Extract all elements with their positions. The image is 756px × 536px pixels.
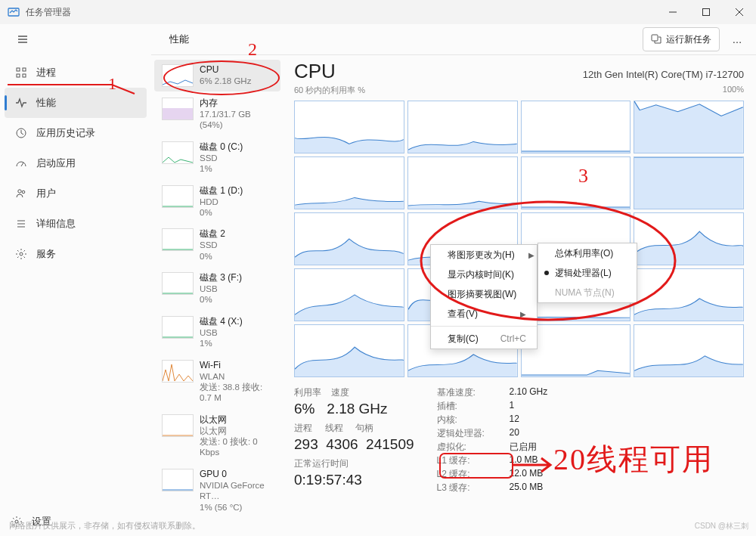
context-menu-item[interactable]: 图形摘要视图(W) (431, 284, 537, 304)
context-menu-item[interactable]: 将图形更改为(H)▶ (431, 245, 537, 265)
gauge-icon (15, 157, 27, 169)
nav-label: 启动应用 (36, 156, 76, 170)
submenu-item[interactable]: 逻辑处理器(L) (538, 263, 637, 283)
nav-performance[interactable]: 性能 (5, 88, 147, 118)
thumb-cpu (162, 64, 194, 87)
nav-services[interactable]: 服务 (5, 239, 147, 269)
nav-label: 性能 (36, 96, 56, 110)
perf-item-disk3[interactable]: 磁盘 3 (F:)USB0% (154, 268, 280, 310)
nav-label: 应用历史记录 (36, 126, 95, 140)
logical-processor-chart[interactable] (634, 212, 744, 265)
context-submenu: 总体利用率(O)逻辑处理器(L)NUMA 节点(N) (538, 243, 637, 303)
list-icon (15, 218, 27, 230)
page-title: 性能 (169, 33, 189, 46)
cpu-name: 12th Gen Intel(R) Core(TM) i7-12700 (583, 69, 744, 80)
main-body: 进程 性能 应用历史记录 启动应用 用户 详细信息 (0, 54, 756, 536)
detail-pane: CPU 12th Gen Intel(R) Core(TM) i7-12700 … (284, 55, 756, 536)
context-menu: 将图形更改为(H)▶显示内核时间(K)图形摘要视图(W)查看(V)▶复制(C)C… (430, 244, 538, 349)
clock-icon (15, 127, 27, 139)
logical-processor-chart[interactable] (521, 156, 631, 209)
run-new-task-label: 运行新任务 (666, 33, 711, 46)
nav-label: 服务 (36, 247, 56, 261)
svg-rect-1 (703, 9, 710, 16)
perf-item-wifi[interactable]: Wi-FiWLAN发送: 38.8 接收: 0.7 M (154, 355, 280, 408)
nav-users[interactable]: 用户 (5, 178, 147, 209)
run-new-task-icon (651, 33, 662, 46)
detail-header: CPU 12th Gen Intel(R) Core(TM) i7-12700 (294, 60, 744, 83)
logical-processor-chart[interactable] (294, 212, 404, 265)
nav-sidebar: 进程 性能 应用历史记录 启动应用 用户 详细信息 (0, 54, 151, 536)
gear-icon (15, 248, 27, 260)
logical-processor-chart[interactable] (521, 101, 631, 153)
svg-rect-4 (23, 68, 26, 71)
nav-label: 用户 (36, 187, 56, 200)
pulse-icon (15, 97, 27, 109)
titlebar: 任务管理器 (0, 0, 756, 24)
logical-processor-chart[interactable] (294, 324, 404, 377)
command-bar: 性能 运行新任务 … (0, 24, 756, 54)
chart-yaxis: 100% (723, 85, 744, 96)
perf-item-memory[interactable]: 内存17.1/31.7 GB (54%) (154, 93, 280, 135)
perf-item-disk4[interactable]: 磁盘 4 (X:)USB1% (154, 311, 280, 354)
run-new-task-button[interactable]: 运行新任务 (643, 27, 720, 51)
thumb-memory (162, 98, 194, 120)
kv-table: 基准速度:2.10 GHz插槽:1内核:12逻辑处理器:20虚拟化:已启用L1 … (437, 386, 548, 494)
minimize-button[interactable] (656, 0, 689, 24)
stats-row: 利用率 速度 6% 2.18 GHz 进程 线程 句柄 293 4306 241… (294, 386, 744, 494)
detail-title: CPU (294, 60, 336, 83)
perf-item-ethernet[interactable]: 以太网以太网发送: 0 接收: 0 Kbps (154, 410, 280, 463)
window-buttons (656, 0, 756, 24)
svg-rect-6 (23, 74, 26, 77)
users-icon (15, 187, 27, 200)
logical-processor-chart[interactable] (634, 156, 744, 209)
context-menu-item[interactable]: 复制(C)Ctrl+C (431, 329, 537, 349)
thumb-disk (162, 185, 194, 208)
grid-icon (15, 67, 27, 79)
nav-label: 进程 (36, 66, 56, 79)
svg-rect-12 (163, 108, 193, 119)
submenu-item[interactable]: 总体利用率(O) (538, 243, 637, 263)
maximize-button[interactable] (689, 0, 723, 24)
perf-item-disk1[interactable]: 磁盘 1 (D:)HDD0% (154, 181, 280, 223)
svg-point-8 (18, 190, 21, 193)
context-menu-item[interactable]: 显示内核时间(K) (431, 265, 537, 284)
svg-point-9 (22, 191, 25, 194)
perf-item-disk2[interactable]: 磁盘 2SSD0% (154, 224, 280, 266)
logical-processor-chart[interactable] (294, 101, 404, 153)
logical-processor-chart[interactable] (294, 268, 404, 321)
close-button[interactable] (723, 0, 756, 24)
perf-list: CPU6% 2.18 GHz 内存17.1/31.7 GB (54%) 磁盘 0… (151, 55, 284, 536)
nav-startup[interactable]: 启动应用 (5, 148, 147, 178)
svg-point-10 (20, 253, 23, 256)
logical-processor-chart[interactable] (407, 101, 518, 153)
thumb-disk (162, 316, 194, 339)
nav-processes[interactable]: 进程 (5, 57, 147, 88)
nav-label: 详细信息 (36, 217, 76, 231)
thumb-eth (162, 414, 194, 437)
nav-details[interactable]: 详细信息 (5, 209, 147, 239)
chart-caption: 60 秒内的利用率 % (294, 85, 365, 96)
logical-processor-chart[interactable] (634, 324, 744, 377)
logical-processor-chart[interactable] (634, 101, 744, 153)
submenu-item: NUMA 节点(N) (538, 283, 637, 302)
window-title: 任务管理器 (26, 6, 71, 19)
logical-processor-chart[interactable] (294, 156, 404, 209)
thumb-disk (162, 272, 194, 295)
footer-note: 网络图片仅供展示，非存储，如有侵权请联系删除。 (9, 520, 200, 531)
svg-rect-2 (652, 35, 658, 41)
context-menu-item[interactable]: 查看(V)▶ (431, 304, 537, 324)
nav-app-history[interactable]: 应用历史记录 (5, 118, 147, 148)
svg-rect-3 (17, 68, 20, 71)
perf-item-gpu0[interactable]: GPU 0NVIDIA GeForce RT…1% (56 °C) (154, 464, 280, 517)
svg-rect-5 (17, 74, 20, 77)
more-button[interactable]: … (724, 28, 750, 51)
thumb-gpu (162, 469, 194, 491)
thumb-disk (162, 228, 194, 251)
logical-processor-chart[interactable] (407, 156, 518, 209)
uptime-value: 0:19:57:43 (294, 472, 414, 488)
content-area: CPU6% 2.18 GHz 内存17.1/31.7 GB (54%) 磁盘 0… (151, 54, 756, 536)
hamburger-icon[interactable] (9, 26, 36, 53)
logical-processor-chart[interactable] (634, 268, 744, 321)
perf-item-cpu[interactable]: CPU6% 2.18 GHz (154, 60, 280, 91)
perf-item-disk0[interactable]: 磁盘 0 (C:)SSD1% (154, 137, 280, 179)
